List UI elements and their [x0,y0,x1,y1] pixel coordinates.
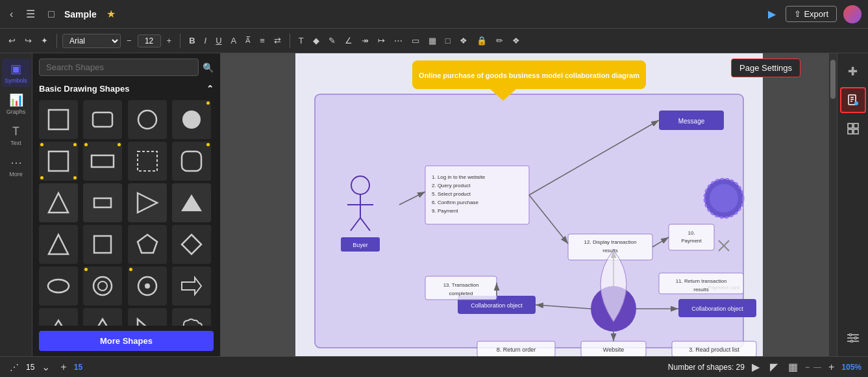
shape-circle-dot[interactable] [128,266,167,306]
style-button[interactable]: ✦ [38,34,51,47]
line-button[interactable]: ∠ [341,34,356,47]
svg-text:Payment: Payment [681,238,702,244]
font-increase-button[interactable]: + [164,34,175,47]
diagram-container: Online purchase of goods business model … [295,53,763,356]
shape-triangle-2-dark[interactable] [172,183,211,222]
window-button[interactable]: □ [45,7,58,21]
svg-point-20 [145,283,150,289]
svg-text:10.: 10. [688,230,695,236]
main-area: ▣ Symbols 📊 Graphs T Text ⋯ More 🔍 Basic… [0,53,868,356]
shape-rect-dots[interactable] [39,142,78,181]
shape-small-triangle[interactable] [39,308,78,326]
shape-btn2[interactable]: ◆ [310,34,323,47]
right-sidebar: ✚ [837,53,868,356]
sidebar-item-more[interactable]: ⋯ More [2,152,31,181]
resize-button[interactable]: ◤ [767,359,781,374]
shape-circle-filled[interactable] [172,100,211,139]
settings-extra-button[interactable] [840,325,866,351]
shape-triangle-outline[interactable] [39,225,78,264]
search-button[interactable]: 🔍 [203,62,214,73]
undo-button[interactable]: ↩ [5,34,19,47]
layer-button[interactable]: □ [442,34,454,47]
pen-button[interactable]: ✎ [325,34,339,47]
star-button[interactable]: ★ [103,6,119,21]
connector-button[interactable]: ↠ [358,34,372,47]
play-button[interactable]: ▶ [765,6,779,21]
sidebar-item-symbols[interactable]: ▣ Symbols [2,58,31,87]
bottom-bar-left: ⋰ 15 ⌄ + 15 [6,359,82,374]
underline-button[interactable]: U [212,34,225,47]
export-button[interactable]: ⇧ Export [786,6,837,22]
shape-ring[interactable] [83,266,122,306]
back-button[interactable]: ‹ [6,7,16,21]
document-title: Sample [64,9,97,20]
shadow-button[interactable]: ▦ [425,34,440,47]
collapse-icon[interactable]: ⌃ [206,84,214,94]
text-button[interactable]: T [295,34,307,47]
zoom-in-button[interactable]: + [825,360,837,374]
bottom-bar-right: Number of shapes: 29 ▶ ◤ ▦ − — + 105% [668,359,862,374]
redo-button[interactable]: ↪ [21,34,35,47]
avatar[interactable] [843,5,862,23]
canvas-area[interactable]: Online purchase of goods business model … [221,53,837,356]
shape-dashed-rect[interactable] [128,142,167,181]
export-icon: ⇧ [794,9,801,19]
shape-small-rect-dark[interactable] [83,183,122,222]
rect-button[interactable]: ▭ [408,34,423,47]
shape-cloud[interactable] [172,308,211,326]
shape-square-2[interactable] [83,225,122,264]
shape-medium-triangle[interactable] [83,308,122,326]
font-decrease-button[interactable]: − [123,34,135,47]
more-shapes-button[interactable]: More Shapes [39,331,214,351]
italic-button[interactable]: I [201,34,210,47]
cursor-button[interactable]: ✚ [840,58,866,84]
svg-point-87 [854,101,858,105]
shape-wide-rect[interactable] [83,142,122,181]
shape-ellipse[interactable] [39,266,78,306]
font-color-button[interactable]: A [228,34,240,47]
zoom-level: 105% [841,363,862,372]
shape-rounded-rect[interactable] [83,100,122,139]
page-settings-button[interactable] [840,87,866,113]
top-bar-left: ‹ ☰ □ Sample ★ [6,6,119,21]
menu-button[interactable]: ☰ [23,6,38,21]
shape-circle[interactable] [128,100,167,139]
svg-rect-1 [93,112,112,127]
edit-button[interactable]: ✏ [493,34,506,47]
text-sidebar-icon: T [12,125,19,138]
sidebar-item-graphs[interactable]: 📊 Graphs [2,90,31,118]
align-v-button[interactable]: ⇄ [271,34,284,47]
shape-triangle-dark[interactable] [39,183,78,222]
shape-triangle-right-dark[interactable] [128,183,167,222]
sidebar-item-text[interactable]: T Text [2,121,31,150]
add-page-button[interactable]: + [57,360,69,374]
lock-button[interactable]: 🔒 [473,34,490,47]
shape-diamond[interactable] [172,225,211,264]
shape-right-triangle[interactable] [128,308,167,326]
font-size-input[interactable] [138,34,161,47]
share-button[interactable]: ▶ [749,359,763,374]
search-input[interactable] [39,58,199,76]
svg-text:8. Return order: 8. Return order [496,346,536,353]
font-bgcolor-button[interactable]: A̅ [242,35,254,46]
font-family-select[interactable]: Arial [62,34,121,48]
dash-button[interactable]: ⋯ [391,34,406,47]
shape-pentagon[interactable] [128,225,167,264]
fit-button[interactable]: ❖ [509,34,523,47]
canvas-scrollbar-v[interactable] [829,53,837,356]
align-center-button[interactable]: ≡ [256,34,268,47]
search-bar: 🔍 [32,53,220,81]
zoom-minus-icon: − [805,363,810,372]
graphs-icon: 📊 [9,93,23,107]
svg-point-17 [93,277,112,295]
shape-rounded-rect-2[interactable] [172,142,211,181]
arrow-button[interactable]: ↦ [375,34,388,47]
grid-button[interactable] [840,116,866,142]
extra-button[interactable]: ❖ [456,34,471,47]
shape-square[interactable] [39,100,78,139]
shape-arrow-right[interactable] [172,266,211,306]
bold-button[interactable]: B [186,34,198,47]
page-dropdown-button[interactable]: ⌄ [38,359,53,374]
panel-toggle-button[interactable]: ⋰ [6,361,22,374]
grid-toggle-button[interactable]: ▦ [785,359,801,374]
